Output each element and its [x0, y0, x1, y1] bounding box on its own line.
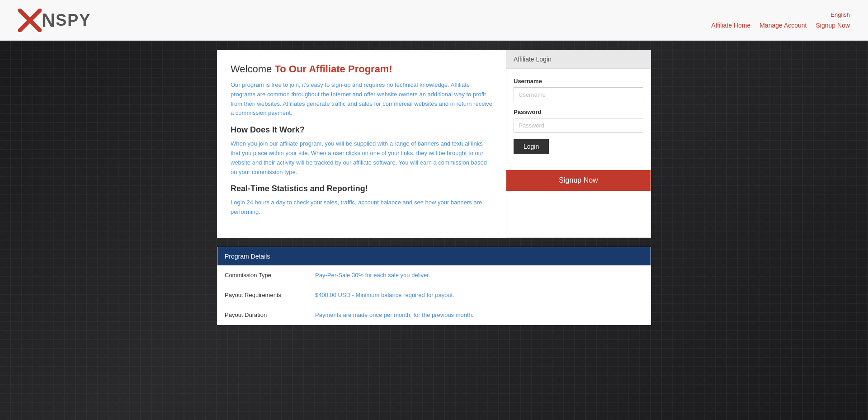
- program-details-data-table: Commission Type Pay-Per-Sale 30% for eac…: [217, 265, 651, 325]
- table-row: Payout Requirements $400.00 USD - Minimu…: [217, 285, 651, 305]
- logo-spy-text: SPY: [56, 11, 91, 30]
- password-label: Password: [514, 109, 643, 115]
- header-right: English Affiliate Home Manage Account Si…: [711, 11, 850, 29]
- program-row-label: Payout Requirements: [217, 285, 308, 305]
- program-details-table: Program Details Commission Type Pay-Per-…: [217, 247, 651, 325]
- program-row-value: Pay-Per-Sale 30% for each sale you deliv…: [308, 265, 651, 285]
- welcome-title: Welcome To Our Affiliate Program!: [231, 63, 492, 75]
- stats-text: Login 24 hours a day to check your sales…: [231, 198, 492, 217]
- login-panel-header: Affiliate Login: [506, 50, 651, 69]
- password-input[interactable]: [514, 118, 643, 133]
- hero-content: Welcome To Our Affiliate Program! Our pr…: [208, 41, 660, 247]
- table-row: Payout Duration Payments are made once p…: [217, 305, 651, 325]
- how-it-works-title: How Does It Work?: [231, 125, 492, 135]
- username-label: Username: [514, 78, 643, 85]
- intro-text: Our program is free to join, it's easy t…: [231, 80, 492, 118]
- login-form: Username Password Login: [506, 69, 651, 170]
- logo-n-letter: N: [42, 9, 55, 31]
- logo-xn-icon: [18, 9, 42, 32]
- main-content-panel: Welcome To Our Affiliate Program! Our pr…: [217, 50, 506, 238]
- stats-title: Real-Time Statistics and Reporting!: [231, 184, 492, 193]
- program-row-value: Payments are made once per month, for th…: [308, 305, 651, 325]
- table-row: Commission Type Pay-Per-Sale 30% for eac…: [217, 265, 651, 285]
- hero-section: Welcome To Our Affiliate Program! Our pr…: [0, 41, 868, 420]
- language-selector[interactable]: English: [830, 11, 850, 18]
- welcome-plain: Welcome: [231, 63, 274, 75]
- program-row-label: Payout Duration: [217, 305, 308, 325]
- affiliate-home-link[interactable]: Affiliate Home: [711, 22, 750, 29]
- signup-now-button[interactable]: Signup Now: [506, 170, 651, 191]
- header: N SPY English Affiliate Home Manage Acco…: [0, 0, 868, 41]
- program-details-header: Program Details: [217, 247, 651, 265]
- manage-account-link[interactable]: Manage Account: [760, 22, 807, 29]
- program-details-section: Program Details Commission Type Pay-Per-…: [208, 247, 660, 334]
- username-input[interactable]: [514, 87, 643, 102]
- header-nav: Affiliate Home Manage Account Signup Now: [711, 22, 850, 29]
- how-it-works-text: When you join our affiliate program, you…: [231, 139, 492, 177]
- login-panel-title: Affiliate Login: [514, 56, 552, 63]
- program-row-label: Commission Type: [217, 265, 308, 285]
- program-details-title: Program Details: [225, 253, 270, 260]
- signup-now-link[interactable]: Signup Now: [816, 22, 850, 29]
- login-button[interactable]: Login: [514, 139, 549, 154]
- program-row-value: $400.00 USD - Minimum balance required f…: [308, 285, 651, 305]
- login-panel: Affiliate Login Username Password Login …: [506, 50, 651, 238]
- logo: N SPY: [18, 9, 91, 32]
- welcome-colored: To Our Affiliate Program!: [274, 63, 392, 75]
